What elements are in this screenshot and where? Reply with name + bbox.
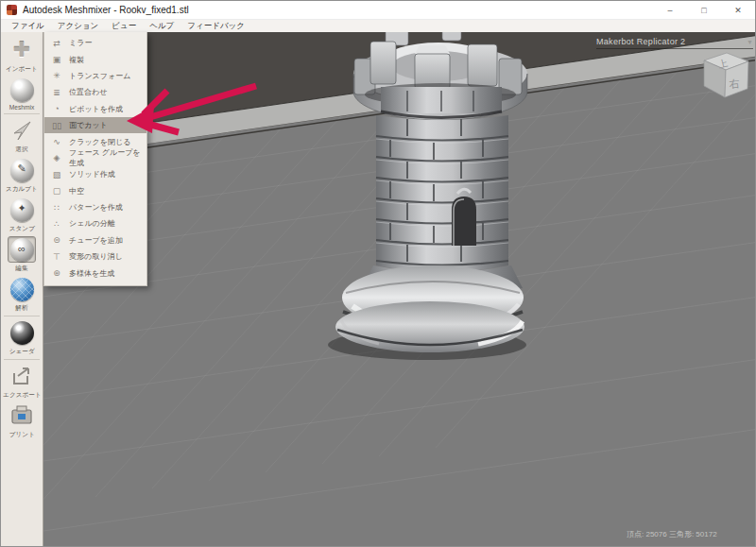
duplicate-icon: ▣: [50, 55, 63, 64]
menu-help[interactable]: ヘルプ: [143, 20, 180, 32]
menu-item-transform[interactable]: ✳トランスフォーム: [44, 68, 146, 84]
sidebar-item-analysis[interactable]: 解析: [1, 276, 43, 313]
pattern-icon: ∷: [50, 203, 63, 213]
sidebar-item-shaders[interactable]: シェーダ: [1, 319, 43, 356]
analysis-wireframe-sphere-icon: [8, 276, 36, 302]
close-cracks-icon: ∿: [50, 137, 63, 146]
export-icon: [8, 363, 36, 389]
mesh-stats: 頂点: 25076 三角形: 50172: [627, 529, 717, 539]
printer-name: Makerbot Replicator 2: [596, 37, 685, 46]
minimize-button[interactable]: –: [653, 1, 687, 20]
menu-bar: ファイル アクション ビュー ヘルプ フィードバック: [1, 20, 755, 32]
menu-item-create-pivot[interactable]: ◔ピボットを作成: [44, 101, 146, 117]
sidebar-separator: [4, 316, 40, 316]
transform-icon: ✳: [50, 71, 63, 80]
sidebar-item-select[interactable]: 選択: [1, 117, 43, 154]
sidebar-item-print[interactable]: プリント: [1, 402, 43, 439]
align-icon: ≣: [50, 88, 63, 97]
view-cube-right-label: 右: [729, 77, 740, 90]
mirror-icon: ⇄: [50, 39, 63, 48]
3d-viewport[interactable]: 上 右 Makerbot Replicator 2 ▼ 頂点: 25076 三角…: [43, 32, 755, 546]
meshmixer-window: Autodesk Meshmixer - Rookv_fixed1.stl – …: [0, 0, 756, 547]
pivot-icon: ◔: [50, 104, 63, 113]
menu-item-make-solid[interactable]: ▧ソリッド作成: [44, 166, 146, 182]
sidebar-separator: [4, 113, 40, 114]
menu-feedback[interactable]: フィードバック: [180, 20, 251, 32]
hollow-icon: ▢: [50, 186, 63, 196]
import-plus-icon: ✚: [8, 37, 36, 63]
manifold-icon: ⊛: [50, 268, 63, 278]
menu-actions[interactable]: アクション: [51, 20, 106, 32]
print-icon: [8, 402, 36, 429]
menu-item-unwrap[interactable]: ⊤変形の取り消し: [44, 248, 146, 265]
window-controls: – □ ✕: [653, 1, 755, 20]
title-bar: Autodesk Meshmixer - Rookv_fixed1.stl – …: [1, 1, 755, 20]
sidebar-item-export[interactable]: エクスポート: [1, 363, 43, 400]
sidebar-item-import[interactable]: ✚ インポート: [1, 37, 43, 74]
3d-scene: 上 右: [43, 32, 756, 547]
plane-cut-icon: ▯▯: [50, 121, 63, 130]
menu-item-duplicate[interactable]: ▣複製: [44, 51, 146, 67]
tool-sidebar: ✚ インポート Meshmix 選択 ✎ スカルプト ✦ スタンプ: [1, 32, 43, 546]
add-tube-icon: ⊜: [50, 235, 63, 245]
stamp-icon: ✦: [8, 197, 36, 223]
menu-item-mirror[interactable]: ⇄ミラー: [44, 35, 146, 51]
window-title: Autodesk Meshmixer - Rookv_fixed1.stl: [23, 5, 189, 15]
edit-dropdown-menu: ⇄ミラー ▣複製 ✳トランスフォーム ≣位置合わせ ◔ピボットを作成 ▯▯面でカ…: [43, 32, 147, 286]
printer-selector[interactable]: Makerbot Replicator 2 ▼: [596, 37, 753, 49]
menu-item-generate-face-groups[interactable]: ◈フェース グループを生成: [44, 150, 146, 166]
sculpt-brush-icon: ✎: [8, 157, 36, 183]
meshmixer-logo-icon: [7, 5, 17, 15]
make-solid-icon: ▧: [50, 170, 63, 179]
sidebar-item-edit[interactable]: ∞ 編集: [1, 236, 43, 273]
edit-tool-icon: ∞: [8, 236, 36, 263]
maximize-button[interactable]: □: [687, 1, 721, 20]
sidebar-item-sculpt[interactable]: ✎ スカルプト: [1, 157, 43, 194]
menu-item-make-pattern[interactable]: ∷パターンを作成: [44, 199, 146, 215]
menu-item-align[interactable]: ≣位置合わせ: [44, 84, 146, 100]
meshmix-sphere-icon: [8, 77, 36, 103]
sidebar-item-meshmix[interactable]: Meshmix: [1, 77, 43, 111]
separate-shells-icon: ∴: [50, 219, 63, 229]
chevron-down-icon: ▼: [747, 39, 753, 45]
sidebar-item-stamp[interactable]: ✦ スタンプ: [1, 197, 43, 233]
face-groups-icon: ◈: [50, 153, 63, 162]
menu-item-add-tube[interactable]: ⊜チューブを追加: [44, 232, 146, 248]
menu-item-make-manifold[interactable]: ⊛多様体を生成: [44, 265, 146, 281]
menu-file[interactable]: ファイル: [5, 20, 51, 32]
sidebar-separator: [4, 359, 40, 360]
select-arrow-icon: [8, 117, 36, 144]
unwrap-icon: ⊤: [50, 252, 63, 262]
menu-item-separate-shells[interactable]: ∴シェルの分離: [44, 215, 146, 231]
menu-view[interactable]: ビュー: [105, 20, 143, 32]
close-button[interactable]: ✕: [721, 1, 755, 20]
menu-item-hollow[interactable]: ▢中空: [44, 183, 146, 199]
shader-sphere-icon: [8, 319, 36, 346]
menu-item-plane-cut[interactable]: ▯▯面でカット: [44, 117, 146, 133]
